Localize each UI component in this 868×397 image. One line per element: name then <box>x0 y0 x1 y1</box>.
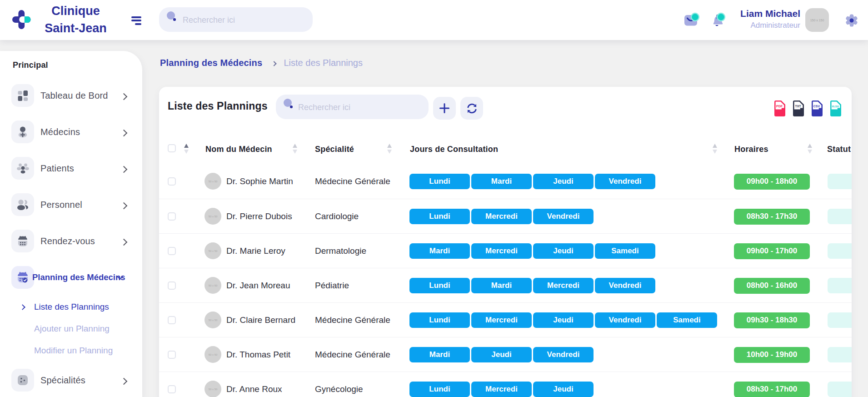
svg-text:XLSX: XLSX <box>832 105 839 108</box>
svg-text:CSV: CSV <box>813 105 820 108</box>
svg-text:TXT: TXT <box>795 105 801 108</box>
svg-text:PDF: PDF <box>776 105 783 108</box>
